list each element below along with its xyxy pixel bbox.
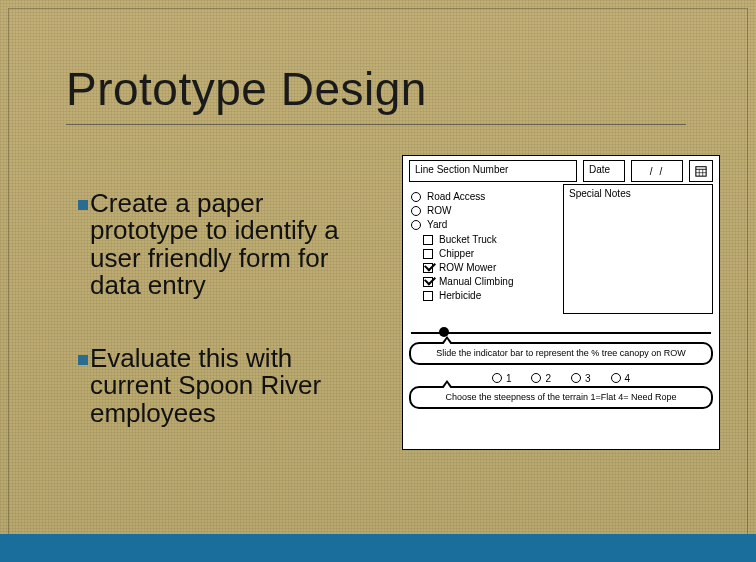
slide-title: Prototype Design [66, 62, 427, 116]
special-notes-field[interactable]: Special Notes [563, 184, 713, 314]
radio-icon [611, 373, 621, 383]
radio-icon [531, 373, 541, 383]
checkbox-group: Bucket Truck Chipper ROW Mower Manual Cl… [421, 234, 557, 301]
radio-icon [411, 192, 421, 202]
bullet-icon [78, 355, 88, 365]
calendar-icon[interactable] [689, 160, 713, 182]
bullet-item: Create a paper prototype to identify a u… [78, 190, 368, 299]
check-bucket-truck[interactable]: Bucket Truck [423, 234, 557, 245]
radio-icon [411, 206, 421, 216]
check-label: Bucket Truck [439, 234, 497, 245]
scale-option-4[interactable]: 4 [611, 373, 631, 384]
radio-icon [571, 373, 581, 383]
slider-track [411, 332, 711, 334]
radio-road-access[interactable]: Road Access [411, 191, 557, 202]
bullet-item: Evaluate this with current Spoon River e… [78, 345, 368, 427]
options-column: Road Access ROW Yard Bucket Truck Chippe… [409, 184, 557, 314]
checkbox-icon [423, 235, 433, 245]
scale-option-1[interactable]: 1 [492, 373, 512, 384]
canopy-slider[interactable] [409, 326, 713, 340]
checkbox-icon [423, 291, 433, 301]
radio-label: Road Access [427, 191, 485, 202]
check-label: Manual Climbing [439, 276, 513, 287]
checkbox-icon [423, 277, 433, 287]
steepness-hint-bubble: Choose the steepness of the terrain 1=Fl… [409, 386, 713, 409]
line-section-field[interactable]: Line Section Number [409, 160, 577, 182]
check-row-mower[interactable]: ROW Mower [423, 262, 557, 273]
date-field[interactable]: / / [631, 160, 683, 182]
date-label-box: Date [583, 160, 625, 182]
radio-label: ROW [427, 205, 451, 216]
check-label: Chipper [439, 248, 474, 259]
scale-label: 3 [585, 373, 591, 384]
check-label: ROW Mower [439, 262, 496, 273]
radio-label: Yard [427, 219, 447, 230]
bullet-icon [78, 200, 88, 210]
check-manual-climbing[interactable]: Manual Climbing [423, 276, 557, 287]
radio-row[interactable]: ROW [411, 205, 557, 216]
scale-option-2[interactable]: 2 [531, 373, 551, 384]
form-header: Line Section Number Date / / [403, 156, 719, 184]
checkbox-icon [423, 263, 433, 273]
check-chipper[interactable]: Chipper [423, 248, 557, 259]
radio-icon [492, 373, 502, 383]
scale-label: 4 [625, 373, 631, 384]
bullet-list: Create a paper prototype to identify a u… [78, 190, 368, 473]
checkbox-icon [423, 249, 433, 259]
scale-label: 1 [506, 373, 512, 384]
notes-label: Special Notes [569, 188, 631, 199]
scale-label: 2 [545, 373, 551, 384]
scale-option-3[interactable]: 3 [571, 373, 591, 384]
check-label: Herbicide [439, 290, 481, 301]
paper-prototype-form: Line Section Number Date / / Road Access… [402, 155, 720, 450]
svg-rect-0 [696, 167, 706, 176]
radio-yard[interactable]: Yard [411, 219, 557, 230]
slider-hint-bubble: Slide the indicator bar to represent the… [409, 342, 713, 365]
bullet-text: Evaluate this with current Spoon River e… [90, 345, 368, 427]
title-underline [66, 124, 686, 125]
radio-icon [411, 220, 421, 230]
check-herbicide[interactable]: Herbicide [423, 290, 557, 301]
bottom-accent-bar [0, 534, 756, 562]
bullet-text: Create a paper prototype to identify a u… [90, 190, 368, 299]
